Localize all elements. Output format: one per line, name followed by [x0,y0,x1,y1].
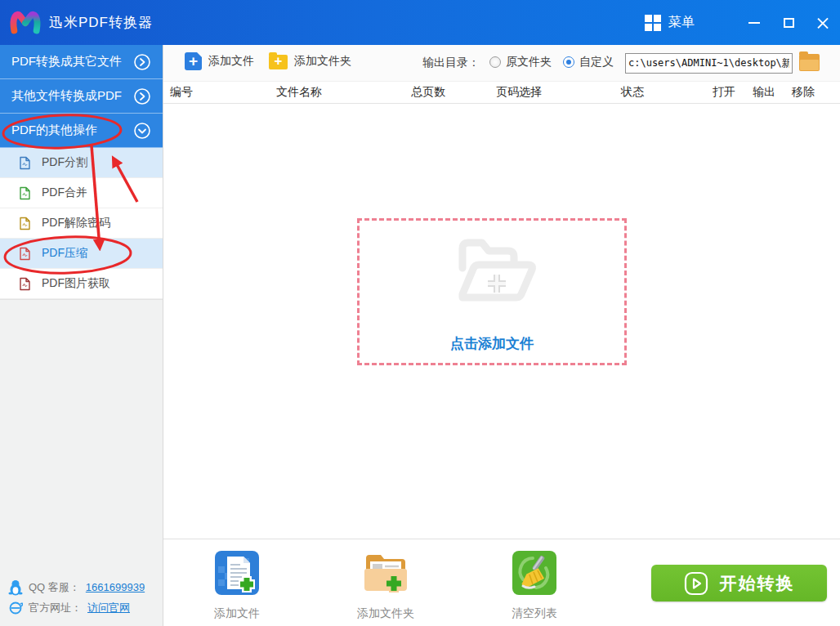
add-file-label: 添加文件 [208,54,254,69]
col-status: 状态 [621,85,644,100]
output-path-input[interactable] [625,53,793,74]
chevron-right-circle-icon [133,53,151,71]
dropzone-add-files[interactable]: 点击添加文件 [357,218,627,365]
official-site-label: 官方网址： [29,601,82,615]
sidebar-item-label: PDF解除密码 [42,216,110,230]
close-icon [817,17,829,29]
sidebar-item-label: PDF图片获取 [42,276,110,291]
titlebar: 迅米PDF转换器 菜单 [0,0,840,45]
bottom-add-folder-label: 添加文件夹 [337,606,435,621]
pdf-doc-icon [18,217,32,230]
maximize-icon [784,18,794,28]
sidebar-item-pdf-remove-password[interactable]: PDF解除密码 [0,208,163,239]
add-folder-big-icon [363,550,409,596]
sidebar-item-label: PDF分割 [42,155,87,170]
app-window: 迅米PDF转换器 菜单 PDF转换成其它文件 其他文件转换成PDF [0,0,840,626]
sidebar-section-label: 其他文件转换成PDF [11,88,133,104]
clear-list-broom-icon [512,550,557,596]
ie-browser-icon [8,601,23,615]
sidebar-item-pdf-split[interactable]: PDF分割 [0,148,163,178]
col-remove: 移除 [792,85,815,100]
bottom-add-file-label: 添加文件 [188,606,286,621]
chevron-down-circle-icon [133,122,151,140]
sidebar-item-label: PDF压缩 [42,246,87,261]
menu-label: 菜单 [668,14,695,31]
sidebar-section-label: PDF的其他操作 [11,123,133,138]
add-folder-button[interactable]: 添加文件夹 [269,52,351,69]
radio-checked-icon[interactable] [563,56,574,68]
pdf-doc-icon [18,186,32,200]
sidebar-section-label: PDF转换成其它文件 [11,54,133,69]
col-filename: 文件名称 [276,85,322,100]
clear-list-label: 清空列表 [485,606,583,621]
main-area: 添加文件 添加文件夹 输出目录： 原文件夹 自定义 编号 文件名 [163,45,840,626]
col-number: 编号 [170,85,193,100]
radio-original-folder[interactable]: 原文件夹 [489,55,552,69]
qq-service-label: QQ 客服： [29,580,80,595]
add-folder-icon [269,55,288,69]
app-logo-icon [8,7,42,39]
sidebar-item-label: PDF合并 [42,186,87,200]
pdf-doc-icon [18,277,32,291]
add-file-icon [185,52,202,70]
col-open: 打开 [713,85,735,100]
chevron-right-circle-icon [133,87,151,105]
radio-custom-label: 自定义 [579,55,614,69]
file-table-header: 编号 文件名称 总页数 页码选择 状态 打开 输出 移除 [163,82,840,104]
ghost-folder-plus-icon [449,235,541,311]
dropzone-label: 点击添加文件 [360,334,624,353]
sidebar-footer: QQ 客服： 1661699939 官方网址： 访问官网 [0,577,163,618]
add-file-button[interactable]: 添加文件 [185,52,254,70]
start-convert-button[interactable]: 开始转换 [651,565,827,601]
close-button[interactable] [806,0,840,45]
sidebar-filler [0,299,163,300]
bottombar: 添加文件 添加文件夹 [163,539,840,626]
sidebar: PDF转换成其它文件 其他文件转换成PDF PDF的其他操作 [0,45,163,626]
app-title: 迅米PDF转换器 [49,13,153,32]
play-icon [684,571,708,596]
radio-custom[interactable]: 自定义 [563,55,614,69]
minimize-button[interactable] [737,0,771,45]
browse-folder-button[interactable] [799,54,820,71]
output-dir-label: 输出目录： [422,56,480,70]
sidebar-section-other-to-pdf[interactable]: 其他文件转换成PDF [0,79,163,114]
col-output: 输出 [753,85,775,100]
sidebar-item-pdf-extract-images[interactable]: PDF图片获取 [0,269,163,299]
qq-number-link[interactable]: 1661699939 [86,581,145,593]
toolbar: 添加文件 添加文件夹 输出目录： 原文件夹 自定义 [163,45,840,82]
radio-original-label: 原文件夹 [506,55,552,69]
grid-menu-icon [645,15,661,31]
add-folder-label: 添加文件夹 [294,54,351,69]
start-convert-label: 开始转换 [720,572,795,595]
qq-penguin-icon [8,579,23,596]
bottom-add-file-button[interactable]: 添加文件 [188,550,286,621]
maximize-button[interactable] [771,0,806,45]
bottom-add-folder-button[interactable]: 添加文件夹 [337,550,435,621]
sidebar-submenu: PDF分割 PDF合并 PDF解除密码 [0,148,163,299]
pdf-doc-icon [18,247,32,261]
sidebar-section-pdf-to-other[interactable]: PDF转换成其它文件 [0,45,163,79]
sidebar-item-pdf-compress[interactable]: PDF压缩 [0,239,163,269]
radio-icon[interactable] [489,56,501,68]
clear-list-button[interactable]: 清空列表 [485,550,583,621]
pdf-doc-icon [18,156,32,170]
minimize-icon [748,22,760,24]
sidebar-item-pdf-merge[interactable]: PDF合并 [0,178,163,208]
add-file-big-icon [214,550,260,596]
visit-site-link[interactable]: 访问官网 [87,601,130,615]
menu-button[interactable]: 菜单 [645,14,695,31]
file-list-area: 点击添加文件 [163,104,840,539]
col-total-pages: 总页数 [411,85,445,100]
col-page-select: 页码选择 [496,85,542,100]
sidebar-section-pdf-other-ops[interactable]: PDF的其他操作 [0,114,163,148]
